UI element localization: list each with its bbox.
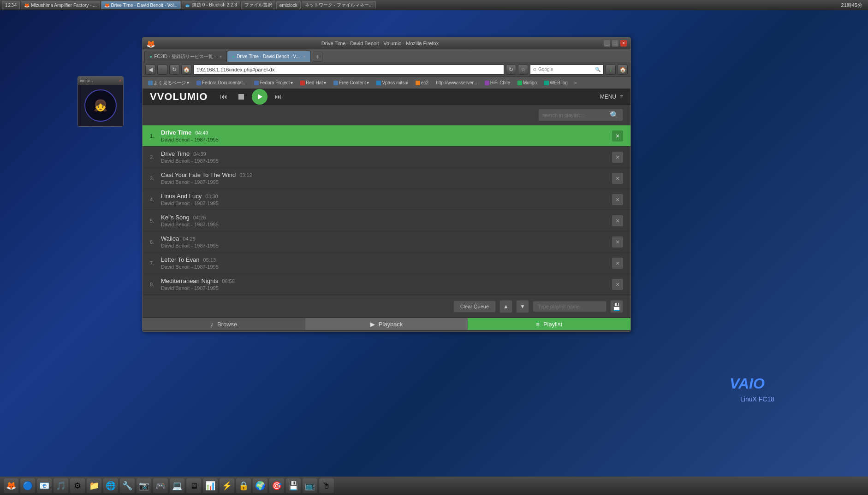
browser-search-bar[interactable]: G Google 🔍: [530, 65, 604, 75]
bookmark-icon-hifi: [485, 81, 489, 85]
taskbar-item-bluefish[interactable]: 🐟 無題 0 - Bluefish 2.2.3: [182, 1, 240, 9]
clear-queue-button[interactable]: Clear Queue: [453, 301, 496, 312]
taskbar-item-mizushima[interactable]: 🦊 Mizushima Amplifier Factory - ...: [21, 1, 100, 9]
close-button[interactable]: ×: [620, 40, 627, 47]
taskbar-tabs-numbered[interactable]: 1234: [2, 1, 20, 9]
bookmark-motigo[interactable]: Motigo: [515, 79, 540, 86]
tab-playback[interactable]: ▶ Playback: [305, 318, 468, 330]
google-icon: G: [533, 67, 536, 72]
prev-button[interactable]: ⏮: [217, 90, 231, 104]
emiclock-close-btn[interactable]: ×: [119, 78, 121, 83]
taskbar-icon-monitor[interactable]: 🖥: [186, 478, 201, 493]
track-remove-2[interactable]: ×: [612, 152, 623, 163]
bookmark-weblog[interactable]: WEB log: [541, 79, 571, 86]
browse-label: Browse: [217, 321, 237, 328]
taskbar-icon-target[interactable]: 🎯: [269, 478, 284, 493]
taskbar-item-emiclock[interactable]: emiclock: [276, 1, 301, 9]
bookmark-redhat[interactable]: Red Hat ▾: [297, 79, 329, 86]
track-item[interactable]: 1. Drive Time 04:40 David Benoit - 1987-…: [143, 125, 630, 147]
bookmark-freecontent[interactable]: Free Content ▾: [331, 79, 372, 86]
play-button[interactable]: [252, 89, 268, 105]
queue-down-button[interactable]: ▼: [516, 300, 529, 313]
tab-playlist[interactable]: ≡ Playlist: [468, 318, 630, 330]
playlist-search-wrapper[interactable]: 🔍: [538, 109, 623, 121]
track-remove-1[interactable]: ×: [612, 130, 623, 141]
taskbar-icon-firefox[interactable]: 🦊: [4, 478, 18, 493]
track-info-3: Cast Your Fate To The Wind 03:12 David B…: [161, 171, 612, 185]
bookmark-hifi[interactable]: HiFi Chile: [482, 79, 513, 86]
back-button[interactable]: ◀: [145, 65, 155, 75]
taskbar-item-network[interactable]: ネットワーク - ファイルマネー...: [302, 1, 376, 9]
download-button[interactable]: ↓: [606, 65, 616, 75]
menu-button[interactable]: MENU ≡: [600, 94, 623, 100]
track-item[interactable]: 5. Kei's Song 04:26 David Benoit - 1987-…: [143, 210, 630, 231]
address-bar[interactable]: 192.168.1.116/index.php#panel-dx: [193, 65, 504, 75]
queue-up-button[interactable]: ▲: [499, 300, 512, 313]
bookmarks-overflow[interactable]: »: [574, 80, 577, 85]
track-remove-5[interactable]: ×: [612, 215, 623, 226]
save-playlist-button[interactable]: 💾: [610, 300, 623, 313]
taskbar-icon-chart[interactable]: 📊: [203, 478, 218, 493]
bookmark-fedora-project[interactable]: Fedora Project ▾: [251, 79, 296, 86]
taskbar-item-drivetime[interactable]: 🦊 Drive Time - David Benoit - Vol...: [101, 1, 181, 9]
stop-button[interactable]: [234, 90, 248, 104]
bookmark-fedora-doc[interactable]: Fedora Documentat...: [194, 79, 250, 86]
track-item[interactable]: 8. Mediterranean Nights 06:56 David Beno…: [143, 274, 630, 295]
track-item[interactable]: 2. Drive Time 04:39 David Benoit - 1987-…: [143, 147, 630, 168]
search-submit-icon[interactable]: 🔍: [595, 67, 600, 72]
home-button[interactable]: 🏠: [181, 65, 191, 75]
taskbar-icon-settings[interactable]: ⚙: [70, 478, 85, 493]
taskbar-item-file-select[interactable]: ファイル選択: [241, 1, 275, 9]
bookmark-star[interactable]: ☆: [518, 65, 528, 75]
taskbar-icon-power[interactable]: ⚡: [220, 478, 234, 493]
taskbar-icon-email[interactable]: 📧: [37, 478, 52, 493]
new-tab-button[interactable]: +: [313, 52, 323, 62]
taskbar-icon-camera[interactable]: 📷: [137, 478, 151, 493]
taskbar-icon-music[interactable]: 🎵: [54, 478, 68, 493]
tab-drivetime[interactable]: ● Drive Time - David Benoit - V... ×: [227, 51, 311, 62]
emiclock-title: emici...: [80, 78, 93, 83]
maximize-button[interactable]: □: [612, 40, 618, 47]
track-info-5: Kei's Song 04:26 David Benoit - 1987-199…: [161, 214, 612, 227]
taskbar-icon-game[interactable]: 🎮: [153, 478, 168, 493]
tab-fc2id-close[interactable]: ×: [220, 54, 222, 59]
track-remove-3[interactable]: ×: [612, 173, 623, 184]
minimize-button[interactable]: _: [604, 40, 610, 47]
track-item[interactable]: 4. Linus And Lucy 03:30 David Benoit - 1…: [143, 189, 630, 210]
tab-browse[interactable]: ♪ Browse: [143, 318, 305, 330]
taskbar-icon-browser[interactable]: 🔵: [20, 478, 35, 493]
track-remove-7[interactable]: ×: [612, 258, 623, 269]
playlist-name-input[interactable]: [533, 301, 606, 312]
bookmark-label-freecontent: Free Content: [339, 80, 366, 85]
track-remove-4[interactable]: ×: [612, 194, 623, 205]
taskbar-icon-mouse[interactable]: 🖱: [319, 478, 334, 493]
taskbar-icon-files[interactable]: 📁: [87, 478, 101, 493]
forward-button[interactable]: ▶: [157, 65, 167, 75]
track-info-2: Drive Time 04:39 David Benoit - 1987-199…: [161, 150, 612, 164]
playlist-search-input[interactable]: [542, 112, 607, 118]
taskbar-icon-network[interactable]: 🌐: [103, 478, 118, 493]
taskbar-icon-terminal[interactable]: 💻: [170, 478, 184, 493]
home-btn2[interactable]: 🏠: [618, 65, 628, 75]
tab-drivetime-close[interactable]: ×: [303, 54, 306, 59]
track-item[interactable]: 3. Cast Your Fate To The Wind 03:12 Davi…: [143, 168, 630, 189]
track-artist-3: David Benoit - 1987-1995: [161, 179, 612, 185]
track-item[interactable]: 6. Wailea 04:29 David Benoit - 1987-1995…: [143, 231, 630, 253]
bookmark-ec2[interactable]: ec2: [413, 79, 431, 86]
tab-fc2id[interactable]: ● FC2ID - 登録済サービス一覧 - ×: [144, 51, 227, 62]
taskbar-icon-save[interactable]: 💾: [286, 478, 301, 493]
reload-button[interactable]: ↻: [169, 65, 179, 75]
track-remove-6[interactable]: ×: [612, 236, 623, 248]
taskbar-icon-tools[interactable]: 🔧: [120, 478, 135, 493]
taskbar-icon-lock[interactable]: 🔒: [236, 478, 251, 493]
bookmark-sserver[interactable]: http://www.sserver...: [433, 79, 480, 86]
taskbar-icon-globe[interactable]: 🌍: [253, 478, 268, 493]
track-item[interactable]: 7. Letter To Evan 05:13 David Benoit - 1…: [143, 253, 630, 274]
next-button[interactable]: ⏭: [271, 90, 285, 104]
bookmark-yokumiru[interactable]: よく見るページ ▾: [145, 79, 192, 87]
bookmark-vpass[interactable]: Vpass mitsui: [374, 79, 411, 86]
track-duration-7: 05:13: [203, 257, 216, 263]
reload-btn2[interactable]: ↻: [506, 65, 516, 75]
taskbar-icon-tv[interactable]: 📺: [303, 478, 317, 493]
track-remove-8[interactable]: ×: [612, 279, 623, 290]
